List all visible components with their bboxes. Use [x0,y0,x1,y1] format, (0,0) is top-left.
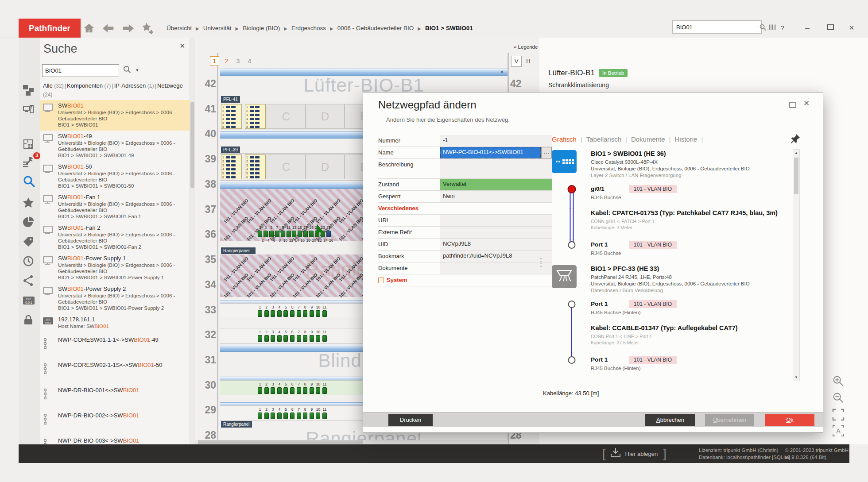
sidebar-search-input[interactable] [43,65,119,77]
drop-zone[interactable]: [ Hier ablegen ] [602,444,666,463]
port-icon[interactable] [322,310,327,317]
port-icon[interactable] [271,310,275,317]
canvas-hscrollbar-thumb[interactable] [198,440,363,444]
rack-page-tab-3[interactable]: 3 [234,57,242,66]
panel-close-icon[interactable]: ✕ [179,42,185,50]
search-result-item[interactable]: NWP-DR-BIO-003<->SWBIO01 [40,433,190,444]
orientation-v-button[interactable]: V [511,56,522,67]
port-icon[interactable] [258,231,262,237]
scroll-down-icon[interactable]: ▼ [793,375,799,379]
print-button[interactable]: Drucken [388,414,433,426]
search-result-item[interactable]: SWBIO01-Power Supply 2Universität > Biol… [40,283,190,314]
form-value-name[interactable]: NWP-PC-BIO-011<->SWBIO01 [440,147,541,158]
search-icon[interactable] [758,23,767,31]
apply-button[interactable]: Übernehmen [705,414,754,426]
port-icon[interactable] [290,413,294,419]
search-nav-icon[interactable] [23,175,36,188]
close-button[interactable]: ✕ [844,21,859,35]
port-icon[interactable] [264,387,269,394]
port-icon[interactable] [303,231,308,237]
port-icon[interactable] [277,335,282,342]
share-nodes-icon[interactable] [23,275,36,288]
port-icon[interactable] [281,231,285,237]
ellipsis-button[interactable]: … [541,147,552,158]
port-marker-red[interactable] [568,185,576,193]
port-icon[interactable] [277,387,282,394]
path-cable[interactable]: Kabel: CCABLE-01347 (Typ: Auflegekabel C… [552,324,791,355]
search-result-item[interactable]: SWBIO01-50Universität > Biologie (BIO) >… [40,161,190,192]
path-port[interactable]: gi0/1101 - VLAN BIORJ45 Buchse [552,184,791,208]
port-icon[interactable] [292,231,296,237]
port-icon[interactable] [264,335,269,342]
dialog-scrollbar[interactable]: ▲ ▼ [793,149,800,381]
port-icon[interactable] [290,310,294,317]
path-port[interactable]: Port 1101 - VLAN BIORJ45 Buchse (Hinten) [552,299,791,324]
form-value-zustand[interactable]: Verwaltet [440,179,552,190]
port-icon[interactable] [316,413,320,419]
maximize-button[interactable] [823,21,838,35]
port-icon[interactable] [283,335,288,342]
port-icon[interactable] [271,335,275,342]
port-icon[interactable] [297,413,301,419]
search-result-item[interactable]: 192.0.0.1192.178.161.1Host Name: SWBIO01 [40,314,190,332]
port-icon[interactable] [258,335,262,342]
port-icon[interactable] [264,413,269,419]
port-icon[interactable] [310,335,314,342]
minimize-button[interactable]: – [800,21,815,35]
path-port[interactable]: Port 1101 - VLAN BIORJ45 Buchse [552,239,791,264]
port-icon[interactable] [271,413,275,419]
port-icon[interactable] [258,387,262,394]
port-icon[interactable] [297,310,301,317]
splitter-handle[interactable] [540,257,542,269]
form-value-bookmark[interactable]: pathfinder://uid=NCVpJ9L8 [440,251,552,262]
port-icon[interactable] [283,413,288,419]
path-cable[interactable]: Kabel: CPATCH-01753 (Typ: Patchkabel CAT… [552,208,791,239]
forward-arrow-icon[interactable] [120,21,136,35]
port-icon[interactable] [283,387,288,394]
port-icon[interactable] [303,413,307,419]
port-icon[interactable] [298,231,302,237]
search-result-item[interactable]: SWBIO01Universität > Biologie (BIO) > Er… [40,100,190,131]
tab-dokumente[interactable]: Dokumente [631,135,665,143]
port-icon[interactable] [326,231,331,237]
dialog-maximize-icon[interactable] [789,102,796,108]
port-icon[interactable] [264,310,269,317]
port-marker-open[interactable] [568,241,576,249]
lock-icon[interactable] [23,314,36,328]
port-icon[interactable] [283,310,288,317]
topology-icon[interactable] [23,85,36,98]
sidebar-scrollbar-thumb[interactable] [190,102,194,188]
rack-page-tab-4[interactable]: 4 [245,57,254,66]
port-icon[interactable] [277,413,282,419]
filter-ip-adressen[interactable]: IP-Adressen (1) [114,82,154,89]
search-result-item[interactable]: SWBIO01-Fan 2Universität > Biologie (BIO… [40,222,190,253]
form-value-externe-ref-[interactable] [440,227,552,238]
cancel-button[interactable]: Abbrechen [645,414,695,426]
back-arrow-icon[interactable] [101,21,116,35]
expand-icon[interactable]: + [378,278,384,283]
ok-button[interactable]: Ok [765,414,814,426]
help-button[interactable]: ? [775,21,790,35]
add-favorite-icon[interactable] [140,21,155,35]
fit-view-icon[interactable] [832,408,845,421]
pushpin-icon[interactable] [790,133,801,144]
breadcrumb-item[interactable]: Biologie (BIO) [243,25,280,31]
unit-close-icon[interactable]: ✕ [500,69,504,74]
scroll-up-icon[interactable]: ▲ [793,151,799,155]
sidebar-scrollbar[interactable] [190,38,196,444]
app-logo[interactable]: Pathfinder [19,19,81,38]
port-icon[interactable] [290,387,294,394]
form-value-url[interactable] [440,215,552,226]
path-device[interactable]: BIO1 > PFC-33 (HE 33)PatchPanel 24 RJ45,… [552,264,791,299]
port-icon[interactable] [297,387,301,394]
port-icon[interactable] [310,387,314,394]
port-icon[interactable] [316,335,320,342]
rack-page-tab-1[interactable]: 1 [210,56,219,66]
breadcrumb-item[interactable]: Universität [203,25,232,31]
history-clock-icon[interactable] [23,255,36,269]
filter-alle[interactable]: Alle (32) [43,82,64,89]
orientation-h-button[interactable]: H [523,56,533,66]
port-marker-open[interactable] [568,301,576,308]
path-device[interactable]: BIO1 > SWBIO01 (HE 36)Cisco Catalyst 930… [552,149,791,184]
zoom-in-icon[interactable] [832,374,845,388]
